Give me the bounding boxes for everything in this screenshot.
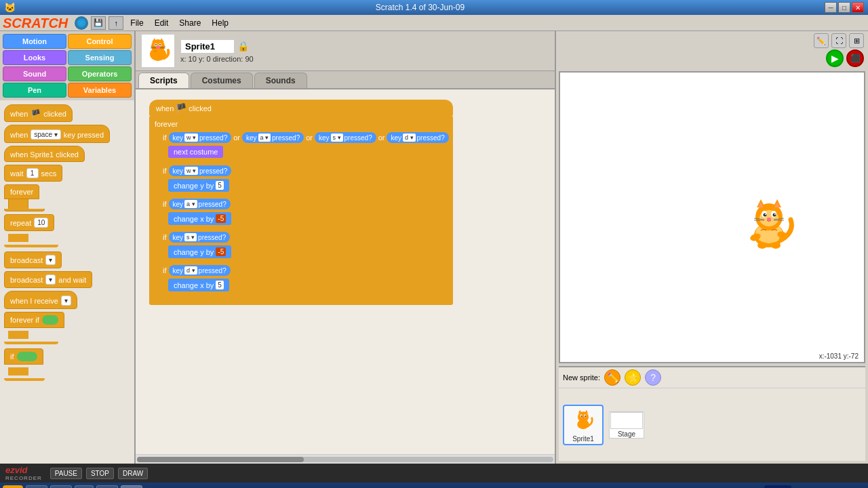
block-when-receive[interactable]: when I receive ▾ <box>4 291 77 309</box>
svg-marker-38 <box>578 410 582 413</box>
recording-bar: ezvid RECORDER PAUSE STOP DRAW <box>0 464 868 483</box>
block-when-clicked[interactable]: when 🏴 clicked <box>4 104 73 122</box>
if-w-block[interactable]: if key w ▾ pressed? <box>159 163 453 178</box>
key-s-dropdown[interactable]: s ▾ <box>331 134 343 142</box>
block-repeat[interactable]: repeat 10 <box>4 214 54 231</box>
taskbar-minecraft[interactable]: ⛏ <box>75 485 94 488</box>
stage-coordinates: x:-1031 y:-72 <box>816 352 861 361</box>
titlebar-controls: ─ □ ✕ <box>825 2 864 13</box>
sprite-panel-header: New sprite: ✏️ ⭐ ? <box>559 367 865 388</box>
block-when-key-pressed[interactable]: when space ▾ key pressed <box>4 125 110 143</box>
show-desktop[interactable] <box>764 485 791 488</box>
stop-rec-button[interactable]: STOP <box>86 468 114 479</box>
svg-marker-39 <box>585 410 588 413</box>
menu-edit[interactable]: Edit <box>151 17 173 29</box>
category-variables[interactable]: Variables <box>68 83 132 98</box>
category-operators[interactable]: Operators <box>68 66 132 81</box>
if-d-block[interactable]: if key d ▾ pressed? <box>159 263 453 278</box>
stage-top-toolbar: ✏️ ⛶ ⊞ <box>556 31 868 48</box>
svg-point-42 <box>581 415 583 417</box>
stage-thumbnail[interactable]: Stage <box>609 411 644 439</box>
block-broadcast[interactable]: broadcast ▾ <box>4 251 62 268</box>
block-forever[interactable]: forever <box>4 184 39 199</box>
forever-block[interactable]: forever if key w ▾ pressed? or <box>149 117 453 305</box>
paint-sprite-button[interactable]: ✏️ <box>604 369 620 386</box>
sprite1-thumbnail[interactable]: Sprite1 <box>563 405 604 445</box>
category-pen[interactable]: Pen <box>3 83 66 98</box>
svg-point-27 <box>767 218 771 220</box>
svg-point-24 <box>773 213 776 216</box>
tab-scripts[interactable]: Scripts <box>138 73 189 88</box>
broadcast-dropdown[interactable]: ▾ <box>45 255 56 265</box>
taskbar-scratch[interactable]: 🐱 <box>121 485 142 488</box>
taskbar-files[interactable]: 📁 <box>50 485 72 488</box>
fullscreen-btn[interactable]: ⛶ <box>831 33 846 48</box>
key-w-dropdown[interactable]: w ▾ <box>184 134 198 142</box>
expand-btn[interactable]: ⊞ <box>849 33 864 48</box>
menu-help[interactable]: Help <box>208 17 233 29</box>
categories-panel: Motion Control Looks Sensing Sound Opera… <box>0 31 134 100</box>
scratch-logo: SCRATCH <box>3 16 68 30</box>
menu-file[interactable]: File <box>126 17 147 29</box>
if-s-block[interactable]: if key s ▾ pressed? <box>159 230 453 245</box>
sprite-panel: New sprite: ✏️ ⭐ ? <box>559 366 865 461</box>
stop-button[interactable]: ⬛ <box>846 49 864 67</box>
green-flag-button[interactable]: ▶ <box>826 49 844 67</box>
taskbar-app4[interactable]: 🐭 <box>96 485 118 488</box>
close-button[interactable]: ✕ <box>852 2 864 13</box>
scrollbar-thumb[interactable] <box>137 457 304 462</box>
block-forever-if[interactable]: forever if <box>4 312 64 328</box>
key-d-dropdown[interactable]: d ▾ <box>403 134 416 142</box>
category-sound[interactable]: Sound <box>3 66 66 81</box>
run-controls: ▶ ⬛ <box>556 48 868 68</box>
scrollbar-track <box>137 457 553 462</box>
block-next-costume[interactable]: next costume <box>168 146 223 158</box>
stage-canvas[interactable]: x:-1031 y:-72 <box>559 71 865 363</box>
minimize-button[interactable]: ─ <box>825 2 837 13</box>
key-a-dropdown[interactable]: a ▾ <box>258 134 271 142</box>
receive-dropdown[interactable]: ▾ <box>61 296 71 306</box>
taskbar-chrome[interactable]: 🌐 <box>26 485 47 488</box>
wait-input[interactable]: 1 <box>26 168 39 178</box>
block-when-sprite-clicked[interactable]: when Sprite1 clicked <box>4 146 85 162</box>
svg-point-7 <box>159 44 161 45</box>
scripts-scrollbar[interactable] <box>136 454 555 464</box>
menu-share[interactable]: Share <box>175 17 205 29</box>
start-button[interactable]: ⊞ <box>3 485 23 488</box>
tab-sounds[interactable]: Sounds <box>254 73 307 88</box>
if-key-block[interactable]: if key w ▾ pressed? or key a ▾ pressed? <box>159 130 453 145</box>
tab-costumes[interactable]: Costumes <box>191 73 253 88</box>
block-change-x-neg5[interactable]: change x by -5 <box>168 212 231 225</box>
help-sprite-button[interactable]: ? <box>645 369 661 386</box>
block-change-y-5[interactable]: change y by 5 <box>168 179 229 192</box>
category-sensing[interactable]: Sensing <box>68 50 132 65</box>
language-button[interactable]: 🌐 <box>75 16 88 30</box>
block-change-y-neg5[interactable]: change y by -5 <box>168 245 231 258</box>
share-icon[interactable]: ↑ <box>108 16 123 30</box>
svg-point-25 <box>765 214 766 215</box>
star-sprite-button[interactable]: ⭐ <box>625 369 641 386</box>
maximize-button[interactable]: □ <box>838 2 850 13</box>
flag-icon: 🏴 <box>31 109 41 119</box>
scripts-area[interactable]: when 🏴 clicked forever if <box>136 89 555 454</box>
svg-point-26 <box>774 214 776 215</box>
pause-button[interactable]: PAUSE <box>50 468 82 479</box>
broadcast-wait-dropdown[interactable]: ▾ <box>45 274 56 285</box>
category-control[interactable]: Control <box>68 34 132 49</box>
block-change-x-5[interactable]: change x by 5 <box>168 279 229 291</box>
block-wait[interactable]: wait 1 secs <box>4 165 62 182</box>
sprite-name-field[interactable]: Sprite1 <box>180 39 235 54</box>
category-motion[interactable]: Motion <box>3 34 66 49</box>
key-dropdown[interactable]: space ▾ <box>31 129 60 140</box>
edit-icon-btn[interactable]: ✏️ <box>814 33 829 48</box>
category-looks[interactable]: Looks <box>3 50 66 65</box>
save-icon[interactable]: 💾 <box>91 16 106 30</box>
draw-button[interactable]: DRAW <box>118 468 148 479</box>
block-when-flag[interactable]: when 🏴 clicked <box>149 100 453 117</box>
block-broadcast-wait[interactable]: broadcast ▾ and wait <box>4 271 92 288</box>
tabs: Scripts Costumes Sounds <box>136 71 555 89</box>
if-a-block[interactable]: if key a ▾ pressed? <box>159 197 453 211</box>
repeat-input[interactable]: 10 <box>34 218 48 228</box>
block-if[interactable]: if <box>4 348 43 365</box>
green-flag-icon: 🏴 <box>176 103 186 113</box>
